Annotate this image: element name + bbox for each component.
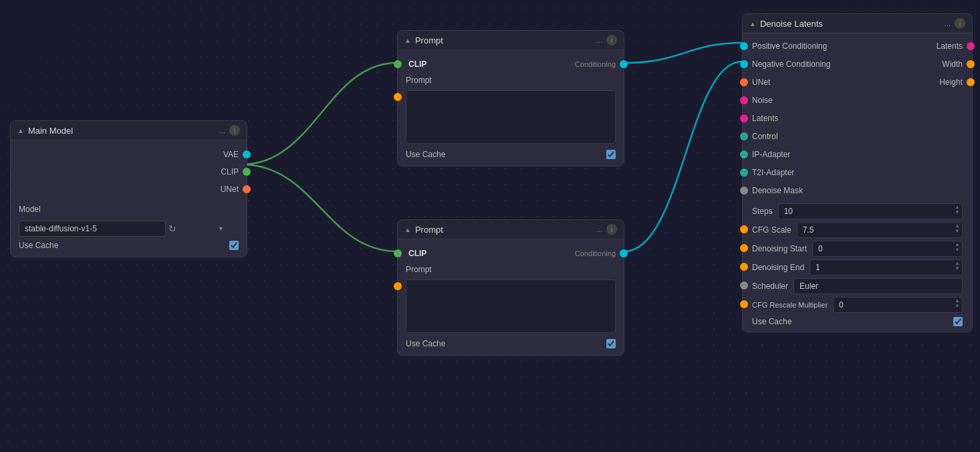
denoising-end-input[interactable] bbox=[810, 259, 963, 275]
height-output-label: Height bbox=[939, 78, 963, 87]
prompt-port[interactable] bbox=[394, 282, 402, 290]
canvas: ▲ Main Model ... i VAE CLIP UNet bbox=[0, 0, 980, 452]
scheduler-label: Scheduler bbox=[752, 281, 788, 291]
denoising-start-label: Denoising Start bbox=[752, 244, 807, 253]
use-cache-checkbox[interactable] bbox=[606, 150, 616, 159]
width-output-port[interactable] bbox=[967, 60, 975, 68]
info-btn[interactable]: i bbox=[606, 35, 617, 45]
prompt-input-wrapper bbox=[406, 88, 616, 146]
clip-label: CLIP bbox=[221, 167, 239, 177]
latents-input-port[interactable] bbox=[740, 114, 748, 122]
clip-input-port[interactable] bbox=[394, 60, 402, 68]
prompt2-body: CLIP Conditioning Prompt Use Cache bbox=[398, 239, 624, 355]
steps-down[interactable]: ▼ bbox=[953, 210, 961, 215]
header-left: ▲ Prompt bbox=[404, 35, 443, 45]
negative-conditioning-port[interactable] bbox=[740, 60, 748, 68]
collapse-btn[interactable]: ▲ bbox=[404, 226, 411, 233]
unet-port[interactable] bbox=[243, 185, 251, 193]
denoising-end-port[interactable] bbox=[740, 263, 748, 271]
cfg-scale-input[interactable] bbox=[797, 222, 963, 238]
positive-conditioning-port[interactable] bbox=[740, 42, 748, 50]
cfg-rescale-input[interactable] bbox=[833, 297, 963, 313]
control-port[interactable] bbox=[740, 132, 748, 140]
negative-conditioning-label: Negative Conditioning bbox=[752, 60, 830, 69]
t2i-adapter-label: T2I-Adapter bbox=[752, 168, 794, 177]
cfg-rescale-port[interactable] bbox=[740, 300, 748, 308]
more-btn[interactable]: ... bbox=[219, 126, 225, 134]
noise-port[interactable] bbox=[740, 96, 748, 104]
noise-label: Noise bbox=[752, 96, 773, 105]
prompt1-textarea[interactable] bbox=[406, 90, 616, 144]
clip-row: CLIP bbox=[19, 164, 239, 179]
collapse-btn[interactable]: ▲ bbox=[749, 20, 756, 27]
use-cache-checkbox[interactable] bbox=[229, 241, 239, 250]
prompt2-header[interactable]: ▲ Prompt ... i bbox=[398, 220, 624, 239]
negative-conditioning-row: Negative Conditioning Width bbox=[752, 57, 963, 72]
collapse-btn[interactable]: ▲ bbox=[17, 127, 24, 134]
node-denoise: ▲ Denoise Latents ... i Positive Conditi… bbox=[742, 13, 973, 332]
header-right: ... i bbox=[219, 125, 240, 136]
control-label: Control bbox=[752, 132, 778, 141]
ds-down[interactable]: ▼ bbox=[953, 247, 961, 253]
collapse-btn[interactable]: ▲ bbox=[404, 37, 411, 44]
clip-input-row: CLIP Conditioning bbox=[406, 246, 616, 261]
clip-port[interactable] bbox=[243, 168, 251, 176]
denoise-mask-port[interactable] bbox=[740, 187, 748, 195]
denoising-start-row: Denoising Start ▲ ▼ bbox=[752, 241, 963, 257]
prompt-port[interactable] bbox=[394, 93, 402, 101]
info-btn[interactable]: i bbox=[229, 125, 240, 136]
unet-input-port[interactable] bbox=[740, 78, 748, 86]
info-btn[interactable]: i bbox=[606, 224, 617, 235]
denoise-use-cache-checkbox[interactable] bbox=[953, 317, 963, 326]
prompt2-textarea[interactable] bbox=[406, 279, 616, 333]
scheduler-row: Scheduler Euler DPM++ DDIM LMS bbox=[752, 278, 963, 294]
ip-adapter-row: IP-Adapter bbox=[752, 147, 963, 162]
more-btn[interactable]: ... bbox=[596, 36, 602, 44]
clip-input-port[interactable] bbox=[394, 249, 402, 257]
prompt1-header[interactable]: ▲ Prompt ... i bbox=[398, 31, 624, 50]
model-select[interactable]: stable-diffusion-v1-5 bbox=[19, 221, 166, 237]
steps-row: Steps ▲ ▼ bbox=[752, 203, 963, 219]
cfg-rescale-row: CFG Rescale Multiplier ▲ ▼ bbox=[752, 297, 963, 313]
cfg-down[interactable]: ▼ bbox=[953, 229, 961, 234]
de-down[interactable]: ▼ bbox=[953, 266, 961, 271]
model-label: Model bbox=[19, 205, 41, 214]
main-model-title: Main Model bbox=[28, 126, 73, 136]
unet-row: UNet bbox=[19, 182, 239, 197]
cr-down[interactable]: ▼ bbox=[953, 304, 961, 309]
denoise-body: Positive Conditioning Latents Negative C… bbox=[743, 33, 972, 332]
latents-output-port[interactable] bbox=[967, 42, 975, 50]
more-btn[interactable]: ... bbox=[945, 19, 951, 27]
height-output-port[interactable] bbox=[967, 78, 975, 86]
clip-label: CLIP bbox=[408, 60, 426, 69]
use-cache-checkbox[interactable] bbox=[606, 339, 616, 348]
prompt1-body: CLIP Conditioning Prompt Use Cache bbox=[398, 50, 624, 166]
cfg-scale-port[interactable] bbox=[740, 225, 748, 233]
steps-input[interactable] bbox=[778, 203, 963, 219]
width-output-label: Width bbox=[942, 60, 963, 69]
conditioning-output-port[interactable] bbox=[620, 60, 628, 68]
header-right: ... i bbox=[945, 18, 965, 29]
scheduler-port[interactable] bbox=[740, 281, 748, 290]
refresh-button[interactable]: ↻ bbox=[168, 223, 176, 234]
main-model-header[interactable]: ▲ Main Model ... i bbox=[11, 121, 247, 140]
scheduler-select[interactable]: Euler DPM++ DDIM LMS bbox=[793, 278, 963, 294]
denoising-start-spinner: ▲ ▼ bbox=[953, 242, 961, 253]
denoising-start-port[interactable] bbox=[740, 244, 748, 252]
more-btn[interactable]: ... bbox=[596, 225, 602, 233]
header-left: ▲ Prompt bbox=[404, 225, 443, 235]
conditioning-label: Conditioning bbox=[575, 60, 616, 68]
conditioning-output-port[interactable] bbox=[620, 249, 628, 257]
vae-port[interactable] bbox=[243, 150, 251, 158]
info-btn[interactable]: i bbox=[955, 18, 965, 29]
ip-adapter-port[interactable] bbox=[740, 150, 748, 158]
t2i-adapter-port[interactable] bbox=[740, 168, 748, 177]
t2i-adapter-row: T2I-Adapter bbox=[752, 165, 963, 180]
cfg-scale-label: CFG Scale bbox=[752, 225, 791, 235]
ip-adapter-label: IP-Adapter bbox=[752, 150, 790, 159]
cfg-rescale-input-wrapper: ▲ ▼ bbox=[833, 297, 963, 313]
denoising-start-input[interactable] bbox=[812, 241, 963, 257]
vae-row: VAE bbox=[19, 147, 239, 162]
denoise-header[interactable]: ▲ Denoise Latents ... i bbox=[743, 14, 972, 33]
denoising-end-input-wrapper: ▲ ▼ bbox=[810, 259, 963, 275]
